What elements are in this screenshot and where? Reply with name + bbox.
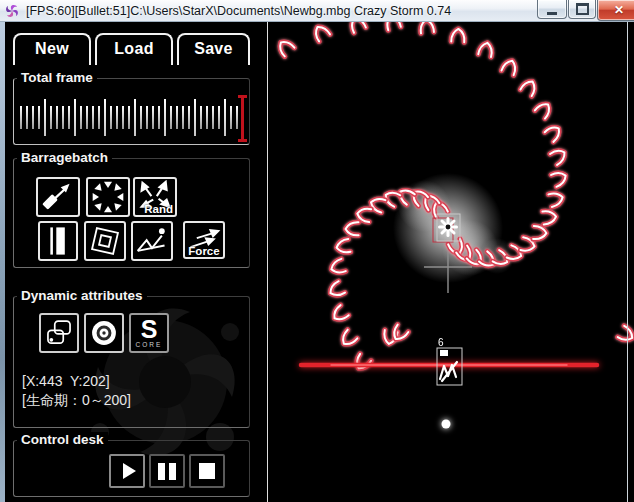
burst-arrows-icon xyxy=(90,179,126,215)
tab-new[interactable]: New xyxy=(13,33,91,65)
curve-path-icon xyxy=(134,224,170,258)
ruler-tick xyxy=(110,106,112,129)
ruler-tick xyxy=(92,106,94,129)
barragebatch-label: Barragebatch xyxy=(17,150,112,165)
ruler-tick xyxy=(50,106,52,129)
stop-button[interactable] xyxy=(189,454,225,488)
close-button[interactable]: ✕ xyxy=(597,0,634,21)
bar-barrage-button[interactable] xyxy=(38,221,78,261)
frame-ruler[interactable] xyxy=(14,79,249,144)
ruler-tick xyxy=(20,106,22,129)
ruler-tick xyxy=(62,106,64,129)
tool-panel: New Load Save Total frame Barragebatch xyxy=(5,22,267,502)
ruler-tick xyxy=(146,106,148,129)
maximize-button[interactable] xyxy=(568,0,596,19)
radial-barrage-button[interactable] xyxy=(86,177,130,217)
pattern-canvas[interactable] xyxy=(268,22,634,502)
cursor-coordinates: [X:443 Y:202] xyxy=(22,373,110,389)
play-icon xyxy=(123,463,136,479)
frame-ruler-ticks xyxy=(14,79,249,144)
score-logo-subtext: CORE xyxy=(136,341,163,348)
random-barrage-button[interactable]: Rand xyxy=(133,177,177,217)
ruler-tick xyxy=(86,106,88,129)
pause-icon xyxy=(158,463,176,480)
ruler-tick xyxy=(176,106,178,129)
ruler-tick xyxy=(26,106,28,129)
play-button[interactable] xyxy=(109,454,145,488)
title-bar: [FPS:60][Bullet:51]C:\Users\StarX\Docume… xyxy=(0,0,634,22)
ruler-tick xyxy=(200,106,202,129)
ruler-tick xyxy=(56,106,58,129)
ruler-tick xyxy=(134,99,136,136)
app-logo-icon xyxy=(4,3,20,19)
layers-icon xyxy=(42,316,76,350)
ruler-tick xyxy=(80,106,82,129)
ruler-tick xyxy=(170,106,172,129)
score-attribute-button[interactable]: S CORE xyxy=(129,313,169,353)
ruler-tick xyxy=(122,106,124,129)
layers-attribute-button[interactable] xyxy=(39,313,79,353)
disc-attribute-button[interactable] xyxy=(84,313,124,353)
disc-icon xyxy=(87,316,121,350)
total-frame-section: Total frame xyxy=(13,78,250,145)
ruler-tick xyxy=(182,106,184,129)
rect-barrage-button[interactable] xyxy=(84,221,126,261)
ruler-tick xyxy=(98,106,100,129)
ruler-tick xyxy=(68,106,70,129)
rand-label: Rand xyxy=(144,203,173,215)
ruler-tick xyxy=(230,106,232,129)
ruler-tick xyxy=(32,106,34,129)
vertical-bars-icon xyxy=(41,224,75,258)
ruler-tick xyxy=(194,99,196,136)
minimize-button[interactable] xyxy=(537,0,567,19)
pause-button[interactable] xyxy=(149,454,185,488)
dynamic-attributes-label: Dynamic attributes xyxy=(17,288,147,303)
ruler-tick xyxy=(104,99,106,136)
nested-diamonds-icon xyxy=(87,223,123,259)
maximize-icon xyxy=(576,3,589,15)
stop-icon xyxy=(199,463,215,479)
ruler-tick xyxy=(206,106,208,129)
ruler-tick xyxy=(128,106,130,129)
frame-marker[interactable] xyxy=(238,95,247,142)
force-label: Force xyxy=(188,245,219,257)
straight-barrage-button[interactable] xyxy=(36,177,80,217)
pen-arrow-icon xyxy=(40,181,76,213)
tab-load[interactable]: Load xyxy=(95,33,173,65)
dynamic-attributes-section: Dynamic attributes S CORE [X:443 Y:202] … xyxy=(13,296,250,428)
ruler-tick xyxy=(38,106,40,129)
window-controls: ✕ xyxy=(537,0,634,21)
ruler-tick xyxy=(212,106,214,129)
barragebatch-section: Barragebatch xyxy=(13,158,250,268)
ruler-tick xyxy=(158,106,160,129)
force-barrage-button[interactable]: Force xyxy=(183,221,225,259)
minimize-icon xyxy=(547,12,557,15)
ruler-tick xyxy=(152,106,154,129)
ruler-tick xyxy=(74,99,76,136)
ruler-tick xyxy=(188,106,190,129)
ruler-tick xyxy=(44,99,46,136)
ruler-tick xyxy=(164,99,166,136)
tab-save[interactable]: Save xyxy=(177,33,250,65)
ruler-tick xyxy=(218,106,220,129)
lifetime-range: [生命期：0～200] xyxy=(22,392,131,410)
ruler-tick xyxy=(224,99,226,136)
score-logo: S xyxy=(141,319,158,339)
ruler-tick xyxy=(140,106,142,129)
curve-barrage-button[interactable] xyxy=(131,221,173,261)
control-desk-section: Control desk xyxy=(13,440,250,497)
window-title: [FPS:60][Bullet:51]C:\Users\StarX\Docume… xyxy=(26,0,451,22)
ruler-tick xyxy=(116,106,118,129)
control-desk-label: Control desk xyxy=(17,432,108,447)
